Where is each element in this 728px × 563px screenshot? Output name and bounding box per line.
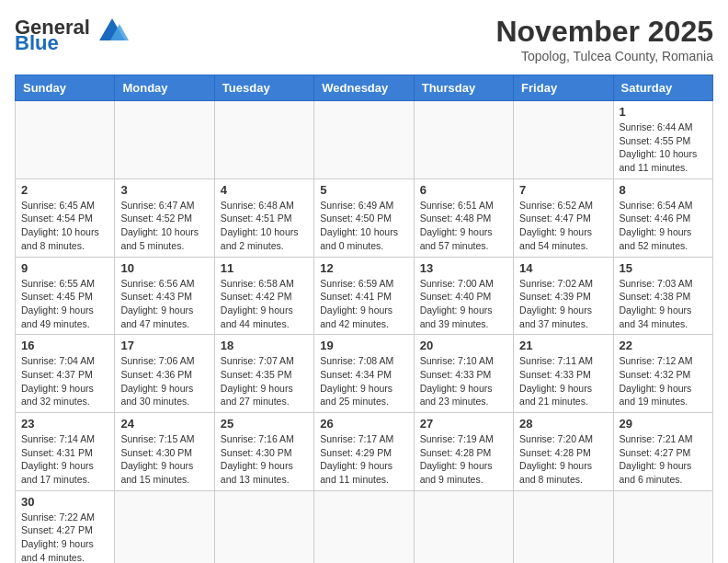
calendar-cell: 16Sunrise: 7:04 AM Sunset: 4:37 PM Dayli… xyxy=(16,335,115,413)
day-number: 4 xyxy=(221,183,308,197)
day-number: 5 xyxy=(320,183,407,197)
calendar-cell xyxy=(115,101,214,179)
day-info: Sunrise: 7:10 AM Sunset: 4:33 PM Dayligh… xyxy=(420,354,507,408)
calendar-cell: 2Sunrise: 6:45 AM Sunset: 4:54 PM Daylig… xyxy=(16,178,115,257)
day-number: 27 xyxy=(420,417,507,431)
day-info: Sunrise: 6:47 AM Sunset: 4:52 PM Dayligh… xyxy=(120,199,208,253)
calendar-cell: 17Sunrise: 7:06 AM Sunset: 4:36 PM Dayli… xyxy=(115,335,214,413)
day-info: Sunrise: 7:06 AM Sunset: 4:36 PM Dayligh… xyxy=(120,354,208,408)
calendar-table: SundayMondayTuesdayWednesdayThursdayFrid… xyxy=(15,75,713,563)
day-number: 11 xyxy=(221,261,308,275)
calendar-cell: 3Sunrise: 6:47 AM Sunset: 4:52 PM Daylig… xyxy=(115,178,214,257)
day-info: Sunrise: 7:20 AM Sunset: 4:28 PM Dayligh… xyxy=(519,432,607,487)
calendar-cell: 27Sunrise: 7:19 AM Sunset: 4:28 PM Dayli… xyxy=(414,413,513,491)
calendar-cell: 30Sunrise: 7:22 AM Sunset: 4:27 PM Dayli… xyxy=(16,490,115,563)
logo-area: General Blue xyxy=(15,15,132,55)
day-info: Sunrise: 6:44 AM Sunset: 4:55 PM Dayligh… xyxy=(620,121,707,175)
day-number: 2 xyxy=(21,183,108,197)
day-number: 24 xyxy=(120,417,208,431)
logo-blue-label: Blue xyxy=(15,31,59,55)
calendar-cell: 12Sunrise: 6:59 AM Sunset: 4:41 PM Dayli… xyxy=(314,257,414,335)
day-info: Sunrise: 6:52 AM Sunset: 4:47 PM Dayligh… xyxy=(519,199,607,253)
calendar-cell xyxy=(414,490,513,563)
calendar-cell: 4Sunrise: 6:48 AM Sunset: 4:51 PM Daylig… xyxy=(214,178,313,257)
calendar-cell: 22Sunrise: 7:12 AM Sunset: 4:32 PM Dayli… xyxy=(613,335,712,413)
day-info: Sunrise: 7:16 AM Sunset: 4:30 PM Dayligh… xyxy=(221,432,308,487)
calendar-cell xyxy=(16,101,115,179)
calendar-cell xyxy=(414,101,513,179)
calendar-cell: 13Sunrise: 7:00 AM Sunset: 4:40 PM Dayli… xyxy=(414,257,513,335)
calendar-cell: 21Sunrise: 7:11 AM Sunset: 4:33 PM Dayli… xyxy=(514,335,613,413)
day-info: Sunrise: 7:08 AM Sunset: 4:34 PM Dayligh… xyxy=(320,354,407,408)
calendar-cell: 20Sunrise: 7:10 AM Sunset: 4:33 PM Dayli… xyxy=(414,335,513,413)
weekday-header: Thursday xyxy=(414,75,513,101)
day-info: Sunrise: 6:51 AM Sunset: 4:48 PM Dayligh… xyxy=(420,199,507,253)
logo-icon xyxy=(92,15,132,40)
day-info: Sunrise: 6:45 AM Sunset: 4:54 PM Dayligh… xyxy=(21,199,108,253)
calendar-cell xyxy=(613,490,712,563)
calendar-cell xyxy=(314,101,414,179)
day-number: 18 xyxy=(221,339,308,352)
weekday-header: Sunday xyxy=(16,75,115,101)
weekday-header: Friday xyxy=(514,75,613,101)
calendar-cell: 19Sunrise: 7:08 AM Sunset: 4:34 PM Dayli… xyxy=(314,335,414,413)
day-info: Sunrise: 6:59 AM Sunset: 4:41 PM Dayligh… xyxy=(320,277,407,331)
calendar-cell: 6Sunrise: 6:51 AM Sunset: 4:48 PM Daylig… xyxy=(414,178,513,257)
calendar-cell: 5Sunrise: 6:49 AM Sunset: 4:50 PM Daylig… xyxy=(314,178,414,257)
title-area: November 2025 Topolog, Tulcea County, Ro… xyxy=(495,15,713,63)
day-number: 15 xyxy=(620,261,707,275)
day-number: 3 xyxy=(120,183,208,197)
weekday-header: Monday xyxy=(115,75,214,101)
month-title: November 2025 xyxy=(495,15,713,49)
day-info: Sunrise: 7:21 AM Sunset: 4:27 PM Dayligh… xyxy=(620,432,707,487)
day-number: 30 xyxy=(21,495,108,509)
calendar-cell: 7Sunrise: 6:52 AM Sunset: 4:47 PM Daylig… xyxy=(514,178,613,257)
calendar-cell: 23Sunrise: 7:14 AM Sunset: 4:31 PM Dayli… xyxy=(16,413,115,491)
day-info: Sunrise: 7:07 AM Sunset: 4:35 PM Dayligh… xyxy=(221,354,308,408)
calendar-cell: 11Sunrise: 6:58 AM Sunset: 4:42 PM Dayli… xyxy=(214,257,313,335)
day-number: 6 xyxy=(420,183,507,197)
calendar-cell xyxy=(514,490,613,563)
day-info: Sunrise: 7:03 AM Sunset: 4:38 PM Dayligh… xyxy=(620,277,707,331)
calendar-cell: 15Sunrise: 7:03 AM Sunset: 4:38 PM Dayli… xyxy=(613,257,712,335)
day-number: 7 xyxy=(519,183,607,197)
calendar-cell: 26Sunrise: 7:17 AM Sunset: 4:29 PM Dayli… xyxy=(314,413,414,491)
day-number: 13 xyxy=(420,261,507,275)
calendar-cell: 8Sunrise: 6:54 AM Sunset: 4:46 PM Daylig… xyxy=(613,178,712,257)
day-info: Sunrise: 7:19 AM Sunset: 4:28 PM Dayligh… xyxy=(420,432,507,487)
day-number: 14 xyxy=(519,261,607,275)
calendar-cell: 24Sunrise: 7:15 AM Sunset: 4:30 PM Dayli… xyxy=(115,413,214,491)
day-number: 1 xyxy=(620,105,707,119)
day-number: 20 xyxy=(420,339,507,352)
page-header: General Blue November 2025 Topolog, Tulc… xyxy=(15,15,713,63)
day-info: Sunrise: 6:58 AM Sunset: 4:42 PM Dayligh… xyxy=(221,277,308,331)
day-number: 16 xyxy=(21,339,108,352)
day-info: Sunrise: 7:12 AM Sunset: 4:32 PM Dayligh… xyxy=(620,354,707,408)
day-info: Sunrise: 7:22 AM Sunset: 4:27 PM Dayligh… xyxy=(21,511,108,563)
calendar-cell xyxy=(214,101,313,179)
weekday-header: Wednesday xyxy=(314,75,414,101)
day-info: Sunrise: 6:54 AM Sunset: 4:46 PM Dayligh… xyxy=(620,199,707,253)
day-info: Sunrise: 6:48 AM Sunset: 4:51 PM Dayligh… xyxy=(221,199,308,253)
day-number: 19 xyxy=(320,339,407,352)
day-number: 26 xyxy=(320,417,407,431)
calendar-cell: 25Sunrise: 7:16 AM Sunset: 4:30 PM Dayli… xyxy=(214,413,313,491)
day-number: 8 xyxy=(620,183,707,197)
day-info: Sunrise: 7:14 AM Sunset: 4:31 PM Dayligh… xyxy=(21,432,108,487)
day-info: Sunrise: 7:00 AM Sunset: 4:40 PM Dayligh… xyxy=(420,277,507,331)
day-number: 21 xyxy=(519,339,607,352)
day-info: Sunrise: 6:55 AM Sunset: 4:45 PM Dayligh… xyxy=(21,277,108,331)
day-info: Sunrise: 7:11 AM Sunset: 4:33 PM Dayligh… xyxy=(519,354,607,408)
calendar-cell: 14Sunrise: 7:02 AM Sunset: 4:39 PM Dayli… xyxy=(514,257,613,335)
day-info: Sunrise: 7:17 AM Sunset: 4:29 PM Dayligh… xyxy=(320,432,407,487)
day-number: 17 xyxy=(120,339,208,352)
calendar-cell: 28Sunrise: 7:20 AM Sunset: 4:28 PM Dayli… xyxy=(514,413,613,491)
calendar-cell xyxy=(514,101,613,179)
day-info: Sunrise: 7:04 AM Sunset: 4:37 PM Dayligh… xyxy=(21,354,108,408)
day-number: 10 xyxy=(120,261,208,275)
calendar-cell: 9Sunrise: 6:55 AM Sunset: 4:45 PM Daylig… xyxy=(16,257,115,335)
weekday-header: Saturday xyxy=(613,75,712,101)
day-number: 25 xyxy=(221,417,308,431)
calendar-cell xyxy=(115,490,214,563)
day-number: 9 xyxy=(21,261,108,275)
